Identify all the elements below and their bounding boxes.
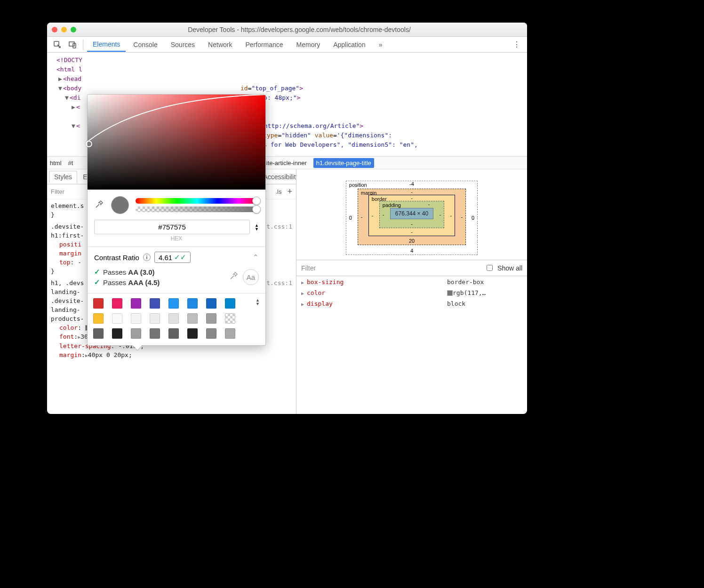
tab-sources[interactable]: Sources [165,38,200,51]
hue-slider[interactable] [136,198,259,204]
box-model-diagram[interactable]: position -4 0 0 4 margin - - - 20 bord [296,169,527,260]
text-sample-icon[interactable]: Aa [243,269,259,285]
palette-swatch[interactable] [112,298,122,309]
separator [83,40,83,50]
palette-swatch[interactable] [150,328,160,339]
dom-div[interactable]: <di [70,94,80,101]
dom-html: <html l [56,66,82,73]
device-toolbar-icon[interactable] [66,39,79,51]
bg-eyedropper-icon[interactable] [229,271,238,283]
contrast-ratio-label: Contrast Ratio [94,254,139,262]
saturation-value-area[interactable] [88,95,265,190]
palette-swatch[interactable] [93,298,104,309]
box-model-content: 676.344 × 40 [390,208,433,219]
palette-swatch[interactable] [93,313,104,324]
color-palette: ▲▼ [88,294,265,345]
source-link[interactable]: t.css:1 [266,278,292,287]
palette-swatch[interactable] [150,313,160,324]
tab-application[interactable]: Application [328,38,371,51]
computed-filter-row: Filter Show all [296,260,527,276]
computed-properties[interactable]: box-sizingborder-box colorrgb(117,… disp… [296,276,527,414]
palette-swatch[interactable] [187,313,198,324]
palette-swatch[interactable] [168,298,179,309]
color-swatch-small [447,290,453,296]
main-toolbar: Elements Console Sources Network Perform… [47,37,527,53]
window-controls [52,27,76,32]
palette-swatch[interactable] [206,298,216,309]
palette-swatch[interactable] [112,328,122,339]
palette-swatch[interactable] [225,298,235,309]
close-window-button[interactable] [52,27,57,32]
titlebar: Developer Tools - https://developers.goo… [47,23,527,37]
settings-menu-icon[interactable]: ⋮ [510,39,523,51]
alpha-thumb[interactable] [252,205,261,214]
palette-swatch[interactable] [168,313,179,324]
palette-swatch[interactable] [187,298,198,309]
tab-console[interactable]: Console [128,38,163,51]
computed-filter-input[interactable]: Filter [301,264,316,272]
palette-swatch[interactable] [131,313,141,324]
dom-doctype: <!DOCTY [56,56,82,64]
dom-head[interactable]: <head [63,75,81,82]
devtools-window: Developer Tools - https://developers.goo… [47,23,527,414]
color-hex-input[interactable] [94,220,250,234]
svg-rect-1 [69,42,74,46]
tab-styles[interactable]: Styles [49,171,77,183]
computed-pane: position -4 0 0 4 margin - - - 20 bord [296,169,527,414]
minimize-window-button[interactable] [61,27,67,32]
alpha-slider[interactable] [136,207,259,212]
toggle-classes-button[interactable]: .ls [275,188,281,195]
palette-swatch[interactable] [225,313,235,324]
tab-performance[interactable]: Performance [240,38,288,51]
palette-swatch[interactable] [150,298,160,309]
pass-aa-row: ✓Passes AA (3.0) [94,267,160,277]
color-picker-popover[interactable]: ▲▼ HEX Contrast Ratio i 4.61 ✓✓ ⌃ ✓Passe… [87,94,266,346]
palette-swatch[interactable] [206,328,216,339]
palette-swatch[interactable] [206,313,216,324]
collapse-contrast-icon[interactable]: ⌃ [253,253,259,262]
contrast-ratio-value: 4.61 ✓✓ [154,252,191,263]
current-color-swatch [111,196,129,214]
format-toggle-icon[interactable]: ▲▼ [255,223,259,231]
source-link[interactable]: t.css:1 [266,222,292,231]
crumb-h1-title[interactable]: h1.devsite-page-title [313,158,374,168]
tabs-overflow[interactable]: » [373,38,388,51]
inspect-element-icon[interactable] [51,39,64,51]
show-all-checkbox[interactable] [487,265,493,271]
contrast-section: Contrast Ratio i 4.61 ✓✓ ⌃ ✓Passes AA (3… [88,247,265,293]
sv-thumb[interactable] [86,141,92,147]
palette-swatch[interactable] [112,313,122,324]
zoom-window-button[interactable] [71,27,76,32]
palette-swatch[interactable] [131,328,141,339]
show-all-label[interactable]: Show all [497,264,522,272]
palette-swatch[interactable] [131,298,141,309]
palette-switch-icon[interactable]: ▲▼ [256,298,260,306]
eyedropper-icon[interactable] [94,200,104,210]
styles-filter-input[interactable]: Filter [51,188,64,195]
picker-controls-row [88,190,265,217]
contrast-curve [88,95,265,190]
info-icon[interactable]: i [143,254,151,261]
tab-memory[interactable]: Memory [291,38,326,51]
crumb-html[interactable]: html [50,159,62,167]
tab-network[interactable]: Network [202,38,238,51]
tab-elements[interactable]: Elements [87,38,126,52]
palette-swatch[interactable] [93,328,104,339]
palette-swatch[interactable] [168,328,179,339]
new-style-rule-button[interactable]: + [287,187,292,197]
hue-thumb[interactable] [252,197,261,205]
content-area: <!DOCTY <html l ▶<head ▼<body id="top_of… [47,53,527,414]
pass-aaa-row: ✓Passes AAA (4.5) [94,277,160,287]
palette-swatch[interactable] [187,328,198,339]
format-label: HEX [88,235,265,246]
window-title: Developer Tools - https://developers.goo… [76,26,522,33]
dom-body[interactable]: <body [63,85,81,92]
palette-swatch[interactable] [225,328,235,339]
